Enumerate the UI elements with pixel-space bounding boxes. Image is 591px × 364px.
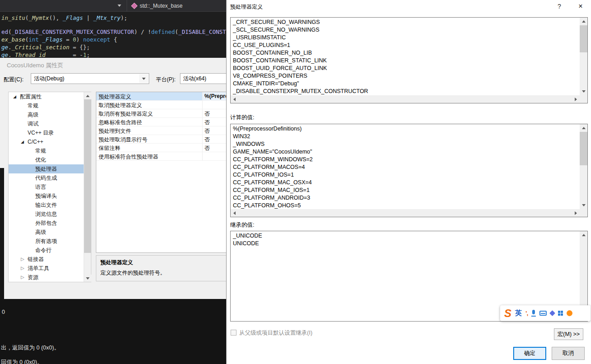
tree-item[interactable]: 外部包含 xyxy=(9,219,84,228)
tree-item[interactable]: VC++ 目录 xyxy=(9,128,84,137)
value-line: CC_PLATFORM_ANDROID=3 xyxy=(233,194,580,202)
configuration-label: 配置(C): xyxy=(4,76,24,84)
tree-item[interactable]: 常规 xyxy=(9,101,84,110)
property-value[interactable]: 否 xyxy=(203,109,226,117)
value-line: _UNICODE xyxy=(233,232,580,240)
chevron-down-icon[interactable] xyxy=(139,74,148,83)
definitions-textarea[interactable]: _CRT_SECURE_NO_WARNINGS_SCL_SECURE_NO_WA… xyxy=(230,17,588,103)
scrollbar-thumb[interactable] xyxy=(580,132,587,165)
tree-item[interactable]: 链接器 xyxy=(9,255,84,264)
description-title: 预处理器定义 xyxy=(100,259,223,266)
microphone-icon[interactable] xyxy=(531,310,536,317)
property-row[interactable]: 预处理到文件否 xyxy=(96,126,226,135)
scrollbar-corner xyxy=(580,209,587,217)
tree-expand-icon[interactable] xyxy=(21,257,28,261)
ime-logo-icon[interactable]: S xyxy=(504,307,511,320)
tree-collapse-icon[interactable] xyxy=(21,140,28,144)
scroll-up-button[interactable] xyxy=(84,92,91,99)
emoji-icon[interactable] xyxy=(567,310,572,316)
scroll-down-button[interactable] xyxy=(580,201,587,209)
tree-item[interactable]: 配置属性 xyxy=(9,92,84,101)
tree-item-label: VC++ 目录 xyxy=(28,129,54,137)
code-token: _DISABLE_CONSTEXPR_MUTEX_CONSTRUCTOR xyxy=(12,28,134,35)
help-button[interactable]: ? xyxy=(552,1,567,12)
tree-item[interactable]: 清单工具 xyxy=(9,264,84,273)
property-value[interactable]: 否 xyxy=(203,126,226,135)
vertical-scrollbar[interactable] xyxy=(580,18,587,95)
scope-dropdown[interactable] xyxy=(0,0,127,11)
scroll-right-button[interactable] xyxy=(572,95,580,103)
scrollbar-thumb[interactable] xyxy=(580,25,587,52)
scroll-up-button[interactable] xyxy=(580,18,587,25)
property-value[interactable]: %(PreprocessorDefinitions) xyxy=(203,92,226,100)
property-value[interactable]: 否 xyxy=(203,144,226,152)
scroll-left-button[interactable] xyxy=(231,209,238,217)
macros-button[interactable]: 宏(M) >> xyxy=(554,328,583,340)
tree-item[interactable]: 输出文件 xyxy=(9,201,84,210)
code-token: ge xyxy=(1,44,8,51)
property-row[interactable]: 预处理取消显示行号否 xyxy=(96,135,226,144)
ime-punctuation-icon[interactable]: ’, xyxy=(525,310,528,317)
property-row[interactable]: 忽略标准包含路径否 xyxy=(96,118,226,126)
tree-item[interactable]: 常规 xyxy=(9,146,84,155)
toolbox-icon[interactable] xyxy=(558,311,563,316)
code-token: in_situ xyxy=(1,14,25,21)
ok-button[interactable]: 确定 xyxy=(513,347,546,360)
tree-item[interactable]: 语言 xyxy=(9,182,84,191)
brush-icon[interactable] xyxy=(549,310,555,316)
tree-item[interactable]: C/C++ xyxy=(9,137,84,146)
tree-collapse-icon[interactable] xyxy=(13,94,20,99)
horizontal-scrollbar[interactable] xyxy=(231,209,580,217)
scrollbar-thumb[interactable] xyxy=(84,99,91,253)
code-token: = {}; xyxy=(70,44,90,51)
platform-dropdown[interactable]: 活动(x64) xyxy=(180,73,226,84)
scroll-right-button[interactable] xyxy=(572,209,580,217)
tree-scrollbar[interactable] xyxy=(84,92,91,282)
property-value[interactable] xyxy=(203,152,226,160)
configuration-dropdown[interactable]: 活动(Debug) xyxy=(31,73,149,84)
property-value[interactable] xyxy=(203,101,226,109)
value-line: _USRLIBSIMSTATIC xyxy=(233,34,580,42)
horizontal-scrollbar[interactable] xyxy=(231,95,580,103)
tree-item[interactable]: 代码生成 xyxy=(9,173,84,182)
scroll-up-button[interactable] xyxy=(580,124,587,132)
output-line: 回值为 0 (0x0)。 xyxy=(1,359,43,364)
code-token: (), xyxy=(49,14,62,21)
tree-item[interactable]: 高级 xyxy=(9,228,84,237)
property-value[interactable]: 否 xyxy=(203,135,226,143)
vertical-scrollbar[interactable] xyxy=(580,124,587,209)
scroll-down-button[interactable] xyxy=(580,88,587,95)
property-row[interactable]: 预处理器定义%(PreprocessorDefinitions) xyxy=(96,92,226,101)
close-button[interactable]: × xyxy=(572,1,589,12)
scrollbar-corner xyxy=(580,95,587,103)
member-dropdown[interactable]: std::_Mutex_base xyxy=(128,0,183,11)
tree-expand-icon[interactable] xyxy=(21,275,28,280)
tree-item-label: 资源 xyxy=(28,274,38,281)
value-line: CC_PLATFORM_WINDOWS=2 xyxy=(233,156,580,163)
tree-item[interactable]: 所有选项 xyxy=(9,237,84,246)
code-editor[interactable]: in_situ(_Mymtx(), _Flags | _Mtx_try);ed(… xyxy=(0,12,226,58)
scroll-down-button[interactable] xyxy=(84,275,91,282)
ime-language-toggle[interactable]: 英 xyxy=(515,309,522,317)
property-row[interactable]: 保留注释否 xyxy=(96,144,226,152)
property-row[interactable]: 取消所有预处理器定义否 xyxy=(96,109,226,118)
code-token: = - xyxy=(46,51,83,58)
tree-item[interactable]: 命令行 xyxy=(9,246,84,255)
tree-item[interactable]: 高级 xyxy=(9,110,84,119)
code-token: ed xyxy=(1,28,8,35)
tree-item[interactable]: 调试 xyxy=(9,119,84,128)
property-row[interactable]: 取消预处理器定义 xyxy=(96,101,226,109)
keyboard-icon[interactable] xyxy=(539,311,547,316)
tree-expand-icon[interactable] xyxy=(21,266,28,271)
tree-item[interactable]: 优化 xyxy=(9,155,84,164)
cancel-button[interactable]: 取消 xyxy=(552,347,585,360)
scroll-left-button[interactable] xyxy=(231,95,238,103)
tree-item[interactable]: 预处理器 xyxy=(9,164,84,173)
scroll-up-button[interactable] xyxy=(580,231,587,239)
evaluated-values-list[interactable]: %(PreprocessorDefinitions)WIN32_WINDOWSG… xyxy=(230,124,588,217)
tree-item[interactable]: 浏览信息 xyxy=(9,210,84,219)
property-row[interactable]: 使用标准符合性预处理器 xyxy=(96,152,226,161)
tree-item[interactable]: 预编译头 xyxy=(9,191,84,201)
property-value[interactable]: 否 xyxy=(203,118,226,126)
tree-item[interactable]: 资源 xyxy=(9,273,84,282)
